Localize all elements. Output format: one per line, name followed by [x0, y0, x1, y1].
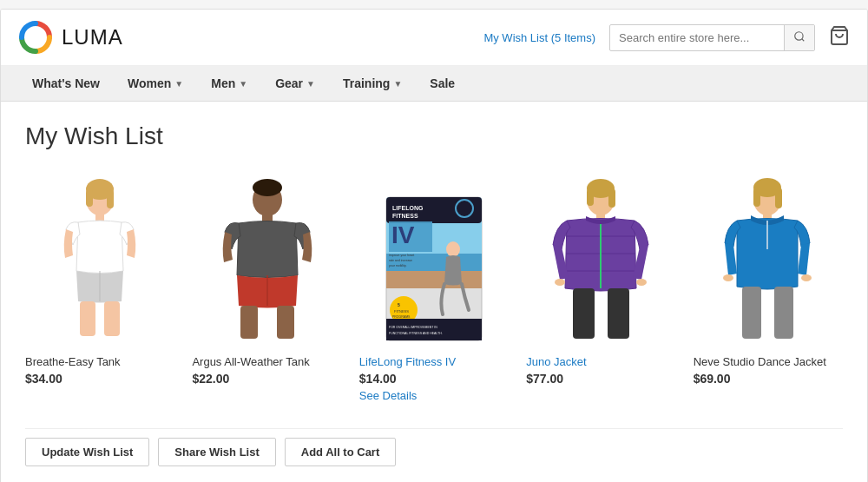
nav-item-women[interactable]: Women ▼ — [114, 66, 197, 101]
svg-point-48 — [555, 279, 565, 286]
svg-rect-10 — [80, 301, 95, 336]
product-image-juno-jacket — [526, 171, 675, 345]
header: LUMA My Wish List (5 Items) — [1, 10, 867, 66]
products-grid: Breathe-Easy Tank $34.00 — [25, 171, 843, 402]
search-button[interactable] — [784, 25, 814, 50]
chevron-down-icon: ▼ — [306, 79, 315, 89]
search-bar — [609, 24, 815, 51]
svg-text:FITNESS: FITNESS — [392, 213, 418, 219]
svg-rect-41 — [587, 188, 594, 206]
argus-tank-figure — [220, 175, 315, 345]
product-item-juno-jacket: Juno Jacket $77.00 — [526, 171, 675, 402]
chevron-down-icon: ▼ — [239, 79, 247, 89]
cart-button[interactable] — [829, 25, 850, 50]
svg-text:IV: IV — [391, 221, 415, 248]
svg-point-1 — [795, 31, 803, 39]
svg-text:rate and increase: rate and increase — [389, 259, 412, 262]
svg-point-28 — [446, 241, 460, 257]
see-details-link[interactable]: See Details — [359, 389, 509, 402]
neve-jacket-figure — [718, 175, 818, 345]
svg-rect-42 — [608, 188, 615, 208]
svg-point-59 — [801, 274, 812, 281]
svg-rect-50 — [573, 288, 595, 339]
luma-logo-icon — [18, 20, 53, 55]
product-image-breathe-easy-tank — [25, 171, 174, 345]
svg-rect-60 — [742, 287, 761, 339]
search-icon — [793, 30, 806, 43]
nav-item-sale[interactable]: Sale — [416, 66, 469, 101]
svg-rect-11 — [104, 301, 120, 336]
header-right: My Wish List (5 Items) — [483, 24, 850, 51]
nav-item-men[interactable]: Men ▼ — [197, 66, 261, 101]
product-name-lifelong-fitness: LifeLong Fitness IV — [359, 355, 509, 368]
dvd-cover-figure: LIFELONG FITNESS IV improve your heart r… — [382, 193, 486, 345]
svg-text:PROGRAMS: PROGRAMS — [392, 315, 411, 319]
chevron-down-icon: ▼ — [174, 79, 183, 89]
svg-rect-17 — [277, 306, 294, 339]
add-all-to-cart-button[interactable]: Add All to Cart — [285, 438, 397, 466]
svg-rect-16 — [240, 306, 258, 339]
svg-text:improve your heart: improve your heart — [389, 254, 414, 257]
search-input[interactable] — [610, 26, 784, 50]
product-name-breathe-easy-tank: Breathe-Easy Tank — [25, 355, 174, 368]
nav-item-training[interactable]: Training ▼ — [329, 66, 416, 101]
svg-point-58 — [723, 274, 733, 281]
product-name-juno-jacket: Juno Jacket — [526, 355, 675, 368]
svg-rect-55 — [775, 188, 782, 208]
nav-item-whats-new[interactable]: What's New — [18, 66, 114, 101]
breathe-easy-tank-figure — [52, 175, 148, 345]
product-item-breathe-easy-tank: Breathe-Easy Tank $34.00 — [25, 171, 174, 402]
action-buttons: Update Wish List Share Wish List Add All… — [25, 428, 843, 466]
navigation: What's New Women ▼ Men ▼ Gear ▼ Training… — [1, 66, 867, 102]
product-price-breathe-easy-tank: $34.00 — [25, 372, 174, 386]
svg-rect-6 — [86, 189, 93, 207]
svg-text:your mobility.: your mobility. — [389, 264, 406, 267]
product-name-neve-jacket: Neve Studio Dance Jacket — [694, 355, 843, 368]
cart-icon — [829, 25, 850, 46]
svg-rect-61 — [774, 287, 793, 339]
product-price-juno-jacket: $77.00 — [526, 372, 675, 386]
logo-area: LUMA — [18, 20, 123, 55]
product-price-argus-tank: $22.00 — [192, 372, 341, 386]
product-name-argus-tank: Argus All-Weather Tank — [192, 355, 341, 368]
product-price-lifelong-fitness: $14.00 — [359, 372, 509, 386]
nav-item-gear[interactable]: Gear ▼ — [261, 66, 329, 101]
product-price-neve-jacket: $69.00 — [694, 372, 843, 386]
svg-rect-36 — [386, 319, 482, 340]
product-item-lifelong-fitness: LIFELONG FITNESS IV improve your heart r… — [359, 171, 509, 402]
chevron-down-icon: ▼ — [393, 79, 402, 89]
svg-line-2 — [802, 38, 805, 41]
product-item-neve-jacket: Neve Studio Dance Jacket $69.00 — [694, 171, 843, 402]
svg-rect-54 — [753, 188, 760, 207]
update-wish-list-button[interactable]: Update Wish List — [25, 438, 149, 466]
svg-text:FITNESS: FITNESS — [394, 309, 409, 314]
logo-text: LUMA — [62, 25, 123, 50]
page-title: My Wish List — [25, 122, 843, 150]
product-image-lifelong-fitness: LIFELONG FITNESS IV improve your heart r… — [359, 171, 509, 345]
svg-text:5: 5 — [398, 302, 400, 307]
svg-point-13 — [253, 179, 282, 196]
wishlist-link[interactable]: My Wish List (5 Items) — [483, 31, 595, 44]
juno-jacket-figure — [551, 175, 651, 345]
share-wish-list-button[interactable]: Share Wish List — [158, 438, 275, 466]
main-content: My Wish List — [1, 102, 867, 482]
svg-rect-51 — [608, 288, 629, 339]
svg-rect-7 — [107, 189, 114, 208]
svg-point-49 — [636, 279, 647, 286]
product-image-argus-tank — [192, 171, 341, 345]
svg-text:FUNCTIONAL FITNESS AND HEALTH.: FUNCTIONAL FITNESS AND HEALTH. — [389, 332, 443, 335]
product-image-neve-jacket — [694, 171, 843, 345]
svg-text:FOR OVERALL IMPROVEMENT IN: FOR OVERALL IMPROVEMENT IN — [389, 326, 437, 329]
svg-text:LIFELONG: LIFELONG — [392, 205, 424, 211]
product-item-argus-tank: Argus All-Weather Tank $22.00 — [192, 171, 341, 402]
